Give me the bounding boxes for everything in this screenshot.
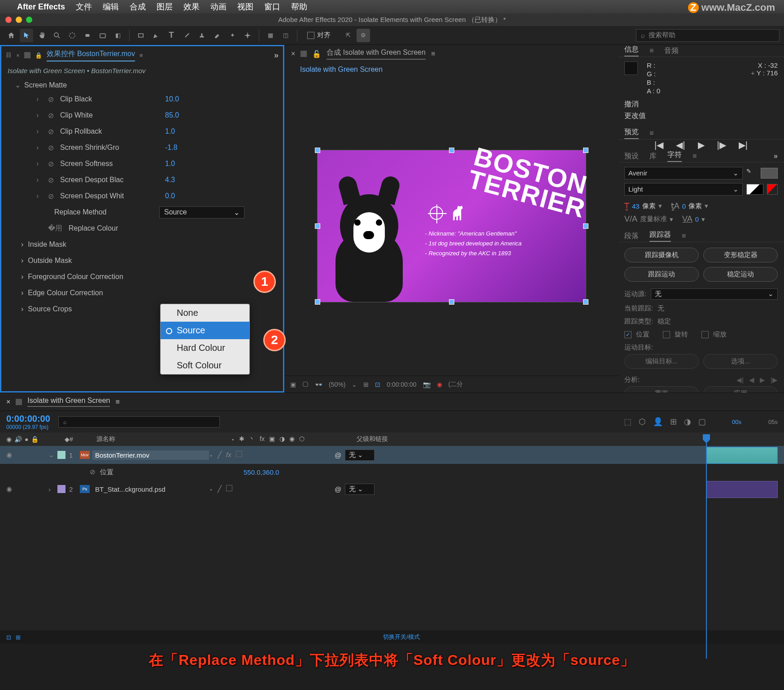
comp-lock-icon[interactable]: 🔓 — [312, 50, 321, 58]
twirl-icon[interactable]: › — [48, 485, 57, 493]
graph-editor-icon[interactable]: ▢ — [698, 417, 706, 427]
num-header[interactable]: # — [70, 436, 96, 443]
comp-tab-menu-icon[interactable]: ≡ — [431, 50, 435, 58]
layer-1-bar[interactable] — [706, 447, 778, 464]
layer-2-bar[interactable] — [706, 481, 778, 498]
comp-name-pill[interactable]: Isolate with Green Screen — [300, 66, 383, 73]
no-color-swatch[interactable] — [767, 184, 778, 195]
tab-menu-icon[interactable]: ≡ — [139, 52, 143, 59]
handle-bm[interactable] — [449, 299, 454, 305]
orbit-tool[interactable] — [65, 29, 79, 42]
menu-file[interactable]: 文件 — [76, 1, 92, 12]
analyze-step-back-button[interactable]: ◀ — [749, 376, 754, 384]
warp-stabilizer-button[interactable]: 变形稳定器 — [703, 248, 778, 262]
snapshot-icon[interactable]: 📷 — [423, 381, 431, 388]
magnification-icon[interactable]: ▣ — [290, 381, 296, 388]
preview-tab[interactable]: 预览 — [624, 127, 639, 139]
track-camera-button[interactable]: 跟踪摄像机 — [624, 248, 699, 262]
handle-br[interactable] — [583, 299, 588, 305]
toggle-switches-icon[interactable]: ⊡ — [6, 634, 11, 641]
roto-brush-tool[interactable]: ✦ — [226, 29, 239, 42]
stabilize-motion-button[interactable]: 稳定运动 — [703, 267, 778, 282]
hand-tool[interactable] — [35, 29, 48, 42]
last-frame-button[interactable]: ▶| — [739, 140, 748, 150]
option-source[interactable]: Source — [161, 322, 249, 339]
scale-checkbox[interactable] — [701, 331, 709, 338]
eye-header-icon[interactable]: ◉ — [6, 436, 12, 443]
prop-screen-shrink-gro[interactable]: ›⊘Screen Shrink/Gro-1.8 — [1, 140, 283, 156]
pan-behind-tool[interactable]: ◧ — [111, 29, 125, 42]
replace-method-dropdown[interactable]: Source⌄ — [159, 206, 244, 218]
source-name-header[interactable]: 源名称 — [96, 435, 231, 443]
handle-mr[interactable] — [583, 223, 588, 229]
kerning-value[interactable]: 度量标准 — [640, 215, 667, 223]
pickwhip-icon[interactable]: @ — [335, 451, 341, 459]
shape-fill-icon[interactable]: ▦ — [264, 29, 277, 42]
tracker-tab[interactable]: 跟踪器 — [649, 230, 671, 242]
snapping-options-icon[interactable]: ⇱ — [341, 29, 355, 42]
group-edge-colour-correction[interactable]: ›Edge Colour Correction — [1, 285, 283, 301]
leading-value[interactable]: 0 — [682, 202, 686, 210]
workspace-switcher-icon[interactable]: ⚙ — [357, 29, 370, 42]
snap-toggle[interactable]: 对齐 — [307, 31, 331, 39]
parent-select[interactable]: 无 ⌄ — [345, 484, 375, 495]
analyze-back-button[interactable]: ◀| — [736, 376, 744, 384]
pickwhip-icon[interactable]: @ — [335, 485, 341, 493]
lock-header-icon[interactable]: 🔒 — [31, 436, 39, 443]
analyze-step-fwd-button[interactable]: ▶ — [760, 376, 765, 384]
grid-icon[interactable]: ⊞ — [363, 381, 369, 388]
solo-header-icon[interactable]: ● — [25, 436, 28, 443]
group-foreground-colour-correction[interactable]: ›Foreground Colour Correction — [1, 269, 283, 285]
play-button[interactable]: ▶ — [698, 140, 705, 150]
channel-icon[interactable]: ◉ — [437, 381, 442, 388]
pen-tool[interactable] — [149, 29, 163, 42]
options-button[interactable]: 选项... — [703, 354, 778, 369]
layer-name[interactable]: BT_Stat...ckground.psd — [92, 485, 209, 494]
font-weight-select[interactable]: Light⌄ — [624, 183, 743, 196]
character-tab[interactable]: 字符 — [667, 150, 682, 162]
group-inside-mask[interactable]: ›Inside Mask — [1, 236, 283, 253]
selection-tool[interactable] — [20, 29, 33, 42]
guides-icon[interactable]: ⊡ — [375, 381, 380, 388]
close-comp-tab-icon[interactable]: × — [291, 50, 295, 58]
playhead[interactable] — [706, 434, 707, 659]
track-area[interactable] — [706, 447, 778, 499]
parent-header[interactable]: 父级和链接 — [357, 435, 778, 443]
project-tab[interactable]: 目 — [6, 51, 12, 59]
timeline-tab-menu-icon[interactable]: ≡ — [115, 398, 119, 406]
expand-icon[interactable]: ⊞ — [16, 634, 21, 641]
handle-ml[interactable] — [315, 223, 320, 229]
zoom-tool[interactable] — [50, 29, 64, 42]
track-motion-button[interactable]: 跟踪运动 — [624, 267, 699, 282]
toggle-switches-label[interactable]: 切换开关/模式 — [383, 633, 420, 641]
edit-target-button[interactable]: 编辑目标... — [624, 354, 699, 369]
home-button[interactable] — [4, 29, 18, 42]
group-outside-mask[interactable]: ›Outside Mask — [1, 253, 283, 269]
label-color[interactable] — [57, 485, 65, 493]
effect-controls-tab[interactable]: 效果控件 BostonTerrier.mov — [47, 49, 135, 61]
clone-stamp-tool[interactable] — [195, 29, 209, 42]
option-hard-colour[interactable]: Hard Colour — [161, 339, 249, 357]
text-tool[interactable]: T — [165, 29, 178, 42]
timeline-tab[interactable]: Isolate with Green Screen — [27, 397, 110, 407]
prop-clip-white[interactable]: ›⊘Clip White85.0 — [1, 107, 283, 123]
parent-select[interactable]: 无 ⌄ — [345, 450, 375, 461]
handle-tm[interactable] — [449, 148, 454, 153]
prop-screen-despot-blac[interactable]: ›⊘Screen Despot Blac4.3 — [1, 172, 283, 188]
handle-tl[interactable] — [315, 148, 320, 153]
stroke-color-swatch[interactable] — [746, 184, 763, 195]
handle-tr[interactable] — [583, 148, 588, 153]
library-tab[interactable]: 库 — [649, 152, 657, 161]
menu-view[interactable]: 视图 — [237, 1, 253, 12]
tracking-value[interactable]: 0 — [695, 215, 699, 223]
presets-tab[interactable]: 预设 — [624, 152, 639, 161]
twirl-icon[interactable]: ⌄ — [48, 451, 57, 459]
search-help-input[interactable]: ⌕ 搜索帮助 — [636, 29, 780, 42]
current-time-display[interactable]: 0:00:00:00 — [6, 414, 50, 424]
motion-blur-icon[interactable]: ◑ — [684, 417, 691, 427]
info-tab[interactable]: 信息 — [624, 45, 639, 57]
prop-screen-despot-whit[interactable]: ›⊘Screen Despot Whit0.0 — [1, 188, 283, 204]
menu-edit[interactable]: 编辑 — [103, 1, 119, 12]
zoom-level[interactable]: (50%) — [329, 381, 345, 388]
label-color[interactable] — [57, 451, 65, 459]
